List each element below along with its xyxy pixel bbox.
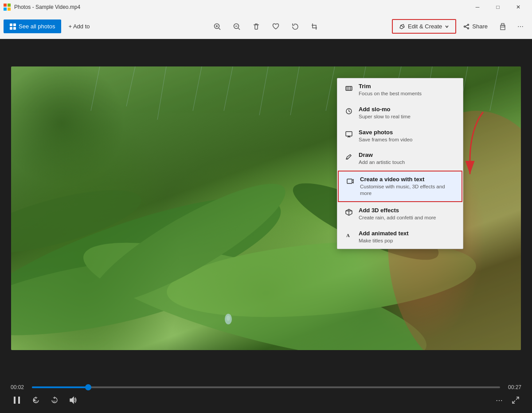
maximize-button[interactable]: □ (488, 0, 508, 14)
animatedtext-subtitle: Make titles pop (359, 238, 409, 244)
crop-icon (311, 23, 319, 31)
createvideo-icon (346, 177, 355, 186)
trim-title: Trim (359, 83, 422, 90)
menu-item-slo-mo[interactable]: Add slo-mo Super slow to real time (337, 101, 463, 125)
svg-line-31 (157, 66, 166, 120)
close-button[interactable]: ✕ (508, 0, 528, 14)
svg-rect-2 (4, 8, 7, 11)
svg-point-16 (464, 26, 466, 27)
slomo-subtitle: Super slow to real time (359, 113, 411, 120)
slomo-icon (344, 107, 353, 116)
delete-icon (252, 23, 260, 31)
effects3d-icon (344, 208, 353, 217)
favorite-button[interactable] (268, 19, 284, 35)
svg-rect-21 (501, 23, 504, 25)
svg-point-22 (504, 26, 505, 27)
volume-button[interactable] (67, 394, 79, 406)
main-content: Trim Focus on the best moments Add slo-m… (0, 39, 532, 378)
title-bar: Photos - Sample Video.mp4 ─ □ ✕ (0, 0, 532, 14)
svg-rect-54 (347, 179, 352, 183)
svg-rect-4 (10, 23, 12, 26)
svg-rect-1 (8, 4, 11, 7)
zoom-out-button[interactable] (229, 19, 245, 35)
menu-item-save-photos[interactable]: Save photos Save frames from video (337, 125, 463, 148)
zoom-in-button[interactable] (209, 19, 225, 35)
delete-button[interactable] (248, 19, 264, 35)
svg-rect-58 (18, 397, 20, 404)
player-more-button[interactable]: ⋯ (494, 394, 505, 406)
menu-item-animated-text[interactable]: A Add animated text Make titles pop (337, 226, 463, 249)
player-buttons-row: 10 30 ⋯ (11, 394, 521, 406)
menu-item-3d-effects[interactable]: Add 3D effects Create rain, add confetti… (337, 203, 463, 226)
svg-rect-57 (14, 397, 16, 404)
savephotos-subtitle: Save frames from video (359, 136, 412, 143)
rotate-icon (291, 23, 299, 31)
svg-line-62 (516, 397, 519, 400)
toolbar-right-actions: Edit & Create Share ⋯ (392, 19, 528, 35)
total-time: 00:27 (505, 384, 521, 390)
fullscreen-icon (512, 396, 520, 404)
svg-line-9 (219, 28, 221, 30)
menu-item-trim[interactable]: Trim Focus on the best moments (337, 78, 463, 101)
video-player-controls: 00:02 00:27 10 30 (0, 378, 532, 413)
app-icon (4, 4, 11, 11)
draw-title: Draw (359, 152, 405, 159)
svg-rect-0 (4, 4, 7, 7)
svg-line-36 (490, 66, 499, 111)
draw-icon (344, 152, 353, 161)
svg-rect-6 (10, 27, 12, 30)
createvideo-subtitle: Customise with music, 3D effects and mor… (360, 183, 454, 197)
chevron-down-icon (445, 24, 449, 29)
see-all-photos-button[interactable]: See all photos (4, 19, 61, 33)
svg-rect-51 (346, 132, 352, 136)
crop-button[interactable] (307, 19, 323, 35)
trim-subtitle: Focus on the best moments (359, 90, 422, 97)
animatedtext-title: Add animated text (359, 230, 409, 238)
add-to-button[interactable]: + Add to (63, 19, 95, 33)
more-button[interactable]: ⋯ (512, 19, 528, 35)
progress-bar[interactable] (32, 386, 500, 388)
svg-rect-20 (501, 27, 505, 30)
savephotos-icon (344, 130, 353, 139)
edit-create-dropdown: Trim Focus on the best moments Add slo-m… (337, 78, 463, 249)
print-button[interactable] (495, 19, 511, 35)
svg-rect-3 (8, 8, 11, 11)
svg-line-39 (259, 66, 268, 115)
minimize-button[interactable]: ─ (467, 0, 488, 14)
photos-icon (10, 23, 16, 30)
edit-create-button[interactable]: Edit & Create (392, 19, 456, 34)
slomo-title: Add slo-mo (359, 106, 411, 113)
share-button[interactable]: Share (458, 19, 493, 33)
savephotos-title: Save photos (359, 129, 412, 136)
player-right-controls: ⋯ (494, 394, 521, 406)
zoom-out-icon (233, 23, 241, 31)
share-icon (463, 23, 469, 30)
menu-item-draw[interactable]: Draw Add an artistic touch (337, 147, 463, 170)
svg-line-32 (224, 66, 233, 111)
progress-row: 00:02 00:27 (11, 384, 521, 390)
svg-line-30 (91, 66, 100, 111)
svg-point-45 (227, 316, 230, 321)
forward-button[interactable]: 30 (49, 394, 60, 406)
svg-line-13 (239, 28, 240, 30)
createvideo-title: Create a video with text (360, 176, 454, 183)
svg-line-40 (326, 66, 335, 111)
svg-line-19 (466, 27, 468, 28)
svg-line-18 (466, 25, 468, 26)
rewind-icon: 10 (32, 396, 40, 404)
title-bar-left: Photos - Sample Video.mp4 (4, 4, 80, 11)
animatedtext-icon: A (344, 231, 353, 240)
play-pause-button[interactable] (11, 394, 23, 406)
progress-fill (32, 386, 88, 388)
svg-text:A: A (346, 233, 350, 238)
svg-rect-7 (13, 27, 16, 30)
svg-line-63 (512, 401, 515, 403)
edit-icon (399, 23, 405, 30)
menu-item-create-video[interactable]: Create a video with text Customise with … (338, 171, 462, 202)
window-title: Photos - Sample Video.mp4 (14, 4, 80, 10)
rewind-button[interactable]: 10 (30, 394, 42, 406)
current-time: 00:02 (11, 384, 27, 390)
fullscreen-button[interactable] (510, 394, 521, 406)
rotate-button[interactable] (287, 19, 303, 35)
progress-thumb[interactable] (85, 384, 91, 390)
